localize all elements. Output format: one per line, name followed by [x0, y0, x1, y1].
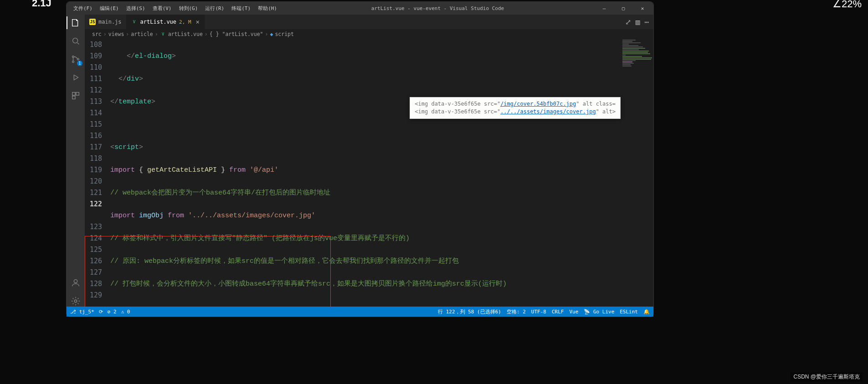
indent-info[interactable]: 空格: 2 [507, 308, 526, 315]
hover-tooltip: <img data-v-35e6f65e src="/img/cover.54b… [410, 97, 621, 119]
compare-icon[interactable]: ⤢ [625, 18, 631, 26]
vue-file-icon: V [131, 19, 138, 25]
svg-point-1 [72, 56, 74, 58]
notifications-icon[interactable]: 🔔 [643, 309, 650, 315]
errors-count[interactable]: ⊘ 2 [108, 309, 117, 315]
close-button[interactable]: ✕ [633, 4, 652, 13]
extensions-icon[interactable] [70, 90, 81, 101]
svg-point-0 [73, 38, 78, 43]
crumb-article[interactable]: article [131, 31, 153, 37]
vue-file-icon: V [160, 31, 166, 37]
minimize-button[interactable]: — [595, 4, 613, 13]
go-live[interactable]: 📡 Go Live [584, 309, 614, 315]
annotation-box [85, 236, 331, 307]
tab-close-icon[interactable]: × [196, 18, 200, 26]
tab-modified-badge: 2, M [179, 19, 191, 25]
menu-view[interactable]: 查看(V) [149, 3, 175, 14]
svg-point-7 [74, 280, 77, 283]
crumb-scope[interactable]: { } "artList.vue" [210, 31, 263, 37]
explorer-icon[interactable] [70, 17, 81, 28]
more-icon[interactable]: ⋯ [644, 18, 649, 26]
debug-icon[interactable] [70, 72, 81, 83]
minimap[interactable] [621, 39, 653, 307]
editor-area: JS main.js V artList.vue 2, M × ⤢ ▥ ⋯ [85, 15, 653, 307]
search-icon[interactable] [70, 36, 81, 46]
csdn-watermark: CSDN @爱你三千遍斯塔克 [791, 372, 863, 382]
menu-terminal[interactable]: 终端(T) [228, 3, 254, 14]
crumb-src[interactable]: src [92, 31, 102, 37]
window-controls: — ▢ ✕ [595, 4, 653, 13]
tabs-actions: ⤢ ▥ ⋯ [625, 18, 653, 26]
code-viewport[interactable]: 1081091101111121131141151161171181191201… [85, 39, 653, 307]
menu-run[interactable]: 运行(R) [202, 3, 227, 14]
crumb-script[interactable]: script [275, 31, 294, 37]
svg-rect-4 [72, 92, 75, 95]
battery-overlay: ∠22% [832, 0, 862, 10]
account-icon[interactable] [70, 277, 81, 288]
cursor-position[interactable]: 行 122，列 58 (已选择6) [438, 308, 501, 315]
titlebar: 文件(F) 编辑(E) 选择(S) 查看(V) 转到(G) 运行(R) 终端(T… [67, 2, 653, 15]
svg-rect-5 [76, 92, 79, 95]
tab-mainjs[interactable]: JS main.js [85, 15, 127, 29]
window-title: artList.vue - vue-event - Visual Studio … [280, 5, 595, 11]
svg-rect-6 [72, 96, 75, 99]
menu-edit[interactable]: 编辑(E) [97, 3, 122, 14]
crumb-file[interactable]: artList.vue [168, 31, 203, 37]
language-mode[interactable]: Vue [569, 309, 578, 315]
tab-label: main.js [98, 19, 122, 25]
svg-point-2 [72, 61, 74, 63]
line-numbers: 1081091101111121131141151161171181191201… [85, 39, 110, 307]
git-branch[interactable]: ⎇ tj_5* [70, 309, 94, 315]
menu-go[interactable]: 转到(G) [176, 3, 201, 14]
crumb-views[interactable]: views [108, 31, 124, 37]
clock-overlay: 2.1J [32, 0, 51, 9]
sync-icon[interactable]: ⟳ [99, 309, 103, 315]
warnings-count[interactable]: ⚠ 0 [121, 309, 130, 315]
tab-artlist[interactable]: V artList.vue 2, M × [127, 15, 205, 29]
source-control-icon[interactable]: 1 [70, 54, 81, 65]
titlebar-menu: 文件(F) 编辑(E) 选择(S) 查看(V) 转到(G) 运行(R) 终端(T… [67, 3, 280, 14]
encoding[interactable]: UTF-8 [531, 309, 546, 315]
js-file-icon: JS [89, 19, 96, 25]
desktop-background: 2.1J ∠22% CSDN @爱你三千遍斯塔克 文件(F) 编辑(E) 选择(… [0, 0, 868, 384]
eslint-status[interactable]: ESLint [620, 309, 638, 315]
settings-icon[interactable] [70, 296, 81, 307]
activitybar: 1 [67, 15, 85, 307]
tabs-row: JS main.js V artList.vue 2, M × ⤢ ▥ ⋯ [85, 15, 653, 29]
breadcrumb[interactable]: src› views› article› V artList.vue› { } … [85, 29, 653, 39]
statusbar: ⎇ tj_5* ⟳ ⊘ 2 ⚠ 0 行 122，列 58 (已选择6) 空格: … [67, 307, 653, 317]
menu-help[interactable]: 帮助(H) [255, 3, 280, 14]
svg-point-8 [74, 300, 77, 302]
maximize-button[interactable]: ▢ [614, 4, 632, 13]
tab-label: artList.vue [140, 19, 176, 25]
scm-badge: 1 [77, 61, 82, 66]
eol[interactable]: CRLF [552, 309, 564, 315]
menu-file[interactable]: 文件(F) [70, 3, 96, 14]
menu-selection[interactable]: 选择(S) [123, 3, 149, 14]
code-content[interactable]: </el-dialog> </div> </template> <script>… [110, 39, 653, 307]
split-icon[interactable]: ▥ [636, 18, 640, 26]
